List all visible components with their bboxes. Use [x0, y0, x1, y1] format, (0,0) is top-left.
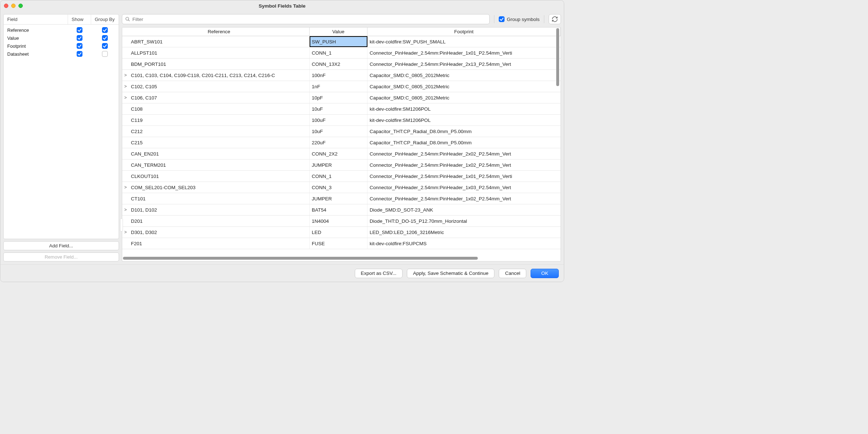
cell-value[interactable]: JUMPER	[310, 159, 367, 170]
group-checkbox[interactable]	[102, 35, 108, 41]
col-value[interactable]: Value	[310, 27, 367, 36]
table-row[interactable]: CT101JUMPERConnector_PinHeader_2.54mm:Pi…	[122, 193, 561, 204]
data-grid[interactable]: Reference Value Footprint ABRT_SW101SW_P…	[122, 27, 561, 261]
show-checkbox[interactable]	[77, 43, 82, 49]
cell-value[interactable]: 1nF	[310, 81, 367, 92]
apply-save-button[interactable]: Apply, Save Schematic & Continue	[407, 269, 494, 278]
field-row[interactable]: Value	[4, 34, 119, 42]
expand-toggle[interactable]: >	[122, 204, 129, 215]
cell-reference[interactable]: CAN_TERM201	[129, 159, 310, 170]
cell-footprint[interactable]: Capacitor_SMD:C_0805_2012Metric	[367, 81, 561, 92]
cell-reference[interactable]: D101, D102	[129, 204, 310, 215]
table-row[interactable]: ABRT_SW101SW_PUSHkit-dev-coldfire:SW_PUS…	[122, 36, 561, 47]
cell-footprint[interactable]: LED_SMD:LED_1206_3216Metric	[367, 227, 561, 238]
cell-footprint[interactable]: Capacitor_SMD:C_0805_2012Metric	[367, 92, 561, 103]
cell-footprint[interactable]: kit-dev-coldfire:FSUPCMS	[367, 238, 561, 249]
cell-reference[interactable]: F201	[129, 238, 310, 249]
field-row[interactable]: Datasheet	[4, 50, 119, 58]
cell-value[interactable]: 100nF	[310, 70, 367, 81]
cell-footprint[interactable]: Connector_PinHeader_2.54mm:PinHeader_2x1…	[367, 59, 561, 69]
vertical-scrollbar[interactable]	[556, 28, 560, 256]
cell-footprint[interactable]: Capacitor_THT:CP_Radial_D8.0mm_P5.00mm	[367, 137, 561, 148]
field-row[interactable]: Reference	[4, 26, 119, 34]
cell-value[interactable]: FUSE	[310, 238, 367, 249]
table-row[interactable]: ALLPST101CONN_1Connector_PinHeader_2.54m…	[122, 47, 561, 59]
cell-value[interactable]: CONN_13X2	[310, 59, 367, 69]
cell-reference[interactable]: C212	[129, 126, 310, 137]
group-checkbox[interactable]	[102, 43, 108, 49]
filter-input[interactable]	[132, 17, 486, 22]
cell-value[interactable]: 10pF	[310, 92, 367, 103]
cell-reference[interactable]: BDM_PORT101	[129, 59, 310, 69]
cell-footprint[interactable]: kit-dev-coldfire:SM1206POL	[367, 103, 561, 114]
table-row[interactable]: C10810uFkit-dev-coldfire:SM1206POL	[122, 103, 561, 115]
ok-button[interactable]: OK	[531, 269, 559, 278]
cell-reference[interactable]: C108	[129, 103, 310, 114]
table-row[interactable]: C21210uFCapacitor_THT:CP_Radial_D8.0mm_P…	[122, 126, 561, 137]
table-row[interactable]: BDM_PORT101CONN_13X2Connector_PinHeader_…	[122, 59, 561, 70]
horizontal-scrollbar[interactable]	[123, 257, 556, 260]
col-reference[interactable]: Reference	[129, 27, 310, 36]
export-csv-button[interactable]: Export as CSV...	[355, 269, 403, 278]
cell-reference[interactable]: C119	[129, 115, 310, 125]
field-row[interactable]: Footprint	[4, 42, 119, 50]
cell-footprint[interactable]: kit-dev-coldfire:SM1206POL	[367, 115, 561, 125]
cell-reference[interactable]: CAN_EN201	[129, 148, 310, 159]
table-row[interactable]: >D101, D102BAT54Diode_SMD:D_SOT-23_ANK	[122, 204, 561, 216]
cell-value[interactable]: CONN_1	[310, 47, 367, 58]
cell-value[interactable]: SW_PUSH	[310, 36, 367, 47]
table-row[interactable]: CAN_EN201CONN_2X2Connector_PinHeader_2.5…	[122, 148, 561, 159]
cell-footprint[interactable]: Diode_THT:D_DO-15_P12.70mm_Horizontal	[367, 216, 561, 226]
group-symbols-toggle[interactable]: Group symbols	[499, 16, 540, 22]
cell-reference[interactable]: ABRT_SW101	[129, 36, 310, 47]
cell-value[interactable]: 10uF	[310, 126, 367, 137]
table-row[interactable]: >C101, C103, C104, C109-C118, C201-C211,…	[122, 70, 561, 81]
table-row[interactable]: CLKOUT101CONN_1Connector_PinHeader_2.54m…	[122, 171, 561, 182]
cell-value[interactable]: CONN_2X2	[310, 148, 367, 159]
cell-value[interactable]: 100uF	[310, 115, 367, 125]
expand-toggle[interactable]: >	[122, 227, 129, 238]
table-row[interactable]: >C102, C1051nFCapacitor_SMD:C_0805_2012M…	[122, 81, 561, 92]
cell-reference[interactable]: D201	[129, 216, 310, 226]
cell-footprint[interactable]: Capacitor_THT:CP_Radial_D8.0mm_P5.00mm	[367, 126, 561, 137]
expand-toggle[interactable]: >	[122, 182, 129, 193]
group-checkbox[interactable]	[102, 51, 108, 57]
cell-footprint[interactable]: Diode_SMD:D_SOT-23_ANK	[367, 204, 561, 215]
expand-toggle[interactable]: >	[122, 70, 129, 81]
cell-reference[interactable]: C101, C103, C104, C109-C118, C201-C211, …	[129, 70, 310, 81]
table-row[interactable]: C119100uFkit-dev-coldfire:SM1206POL	[122, 115, 561, 126]
cell-reference[interactable]: D301, D302	[129, 227, 310, 238]
cell-footprint[interactable]: Connector_PinHeader_2.54mm:PinHeader_1x0…	[367, 159, 561, 170]
cell-reference[interactable]: C102, C105	[129, 81, 310, 92]
cell-reference[interactable]: C215	[129, 137, 310, 148]
table-row[interactable]: C215220uFCapacitor_THT:CP_Radial_D8.0mm_…	[122, 137, 561, 148]
add-field-button[interactable]: Add Field...	[3, 241, 119, 250]
show-checkbox[interactable]	[77, 35, 82, 41]
cell-reference[interactable]: C106, C107	[129, 92, 310, 103]
cell-value[interactable]: JUMPER	[310, 193, 367, 204]
cell-footprint[interactable]: Connector_PinHeader_2.54mm:PinHeader_1x0…	[367, 193, 561, 204]
cell-value[interactable]: 1N4004	[310, 216, 367, 226]
col-footprint[interactable]: Footprint	[367, 27, 561, 36]
show-checkbox[interactable]	[77, 27, 82, 33]
table-row[interactable]: >C106, C10710pFCapacitor_SMD:C_0805_2012…	[122, 92, 561, 103]
cell-value[interactable]: CONN_1	[310, 171, 367, 182]
cell-footprint[interactable]: kit-dev-coldfire:SW_PUSH_SMALL	[367, 36, 561, 47]
cell-value[interactable]: BAT54	[310, 204, 367, 215]
refresh-button[interactable]	[549, 14, 561, 24]
group-checkbox[interactable]	[102, 27, 108, 33]
cell-value[interactable]: LED	[310, 227, 367, 238]
cell-reference[interactable]: ALLPST101	[129, 47, 310, 58]
table-row[interactable]: F201FUSEkit-dev-coldfire:FSUPCMS	[122, 238, 561, 249]
cell-footprint[interactable]: Connector_PinHeader_2.54mm:PinHeader_2x0…	[367, 148, 561, 159]
expand-toggle[interactable]: >	[122, 92, 129, 103]
cell-reference[interactable]: COM_SEL201-COM_SEL203	[129, 182, 310, 193]
table-row[interactable]: D2011N4004Diode_THT:D_DO-15_P12.70mm_Hor…	[122, 216, 561, 227]
splitter-handle[interactable]	[120, 217, 122, 233]
filter-field[interactable]	[122, 14, 490, 24]
cell-reference[interactable]: CLKOUT101	[129, 171, 310, 182]
cell-value[interactable]: CONN_3	[310, 182, 367, 193]
cancel-button[interactable]: Cancel	[499, 269, 526, 278]
show-checkbox[interactable]	[77, 51, 82, 57]
cell-reference[interactable]: CT101	[129, 193, 310, 204]
